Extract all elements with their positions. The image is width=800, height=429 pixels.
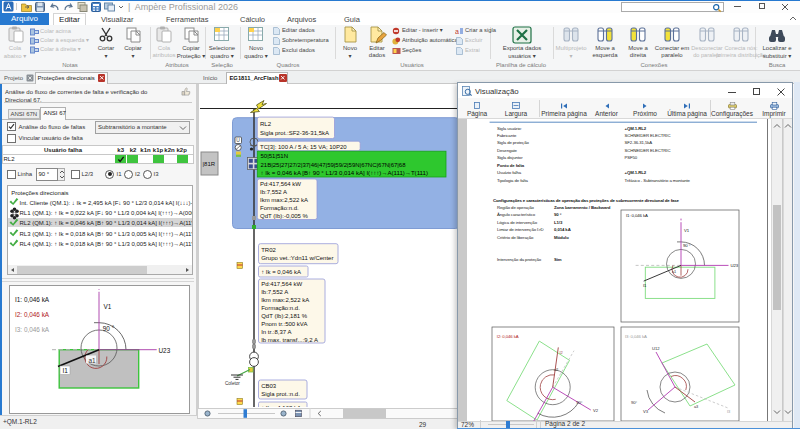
svg-text:90°: 90° <box>576 400 582 405</box>
svg-text:a3: a3 <box>694 404 698 409</box>
svg-text:Intervenção da proteção: Intervenção da proteção <box>497 257 542 262</box>
svg-text:PSF50: PSF50 <box>625 155 638 160</box>
svg-text:21B|25|27|27/2|37|46|47|59|59/: 21B|25|27|27/2|37|46|47|59|59/2|59N|67NC… <box>261 162 407 168</box>
svg-text:a1: a1 <box>672 269 676 274</box>
svg-text:Grupo vet.:Ydn11 w/Center: Grupo vet.:Ydn11 w/Center <box>261 255 333 261</box>
svg-text:Pnom tr.:500 kVA: Pnom tr.:500 kVA <box>261 321 307 327</box>
svg-text:Ângulo característico: Ângulo característico <box>497 212 536 217</box>
svg-text:90 °: 90 ° <box>103 325 115 332</box>
svg-text:Int. Cliente (QM.1): ↓ Ik = 2,: Int. Cliente (QM.1): ↓ Ik = 2,495 kA [F↓… <box>20 200 193 206</box>
svg-text:Sim: Sim <box>554 257 562 262</box>
svg-text:Região de operação: Região de operação <box>497 205 535 210</box>
svg-text:Sigla de proteção: Sigla de proteção <box>497 140 529 145</box>
svg-text:Usuário falha: Usuário falha <box>497 170 522 175</box>
svg-text:RL1 (QM.1): ↑ Ik = 0,022 kA [F: RL1 (QM.1): ↑ Ik = 0,022 kA [F↓ 90 ° L1/… <box>20 210 193 216</box>
svg-text:Fabricante: Fabricante <box>497 133 517 138</box>
svg-text:0,014 kA: 0,014 kA <box>554 227 571 232</box>
svg-text:RL4 (QM.1): ↑ Ik = 0,018 kA [B: RL4 (QM.1): ↑ Ik = 0,018 kA [B↑ 90 ° L1/… <box>20 241 193 247</box>
svg-text:SF2-36-31,5kA: SF2-36-31,5kA <box>625 140 653 145</box>
svg-text:I2: 0,046 kA: I2: 0,046 kA <box>497 334 519 339</box>
svg-text:Módulo: Módulo <box>554 235 569 240</box>
svg-text:CB03: CB03 <box>261 383 277 389</box>
svg-text:QdT (Ib):-0,005 %: QdT (Ib):-0,005 % <box>260 213 309 219</box>
svg-text:+QM.1-RL2: +QM.1-RL2 <box>625 170 647 175</box>
svg-text:Sigla disjuntor: Sigla disjuntor <box>497 155 523 160</box>
svg-text:TR02: TR02 <box>261 247 276 253</box>
svg-text:Formação:n.d.: Formação:n.d. <box>261 305 300 311</box>
svg-text:V1: V1 <box>684 228 690 233</box>
svg-text:In tr.:8,37 A: In tr.:8,37 A <box>261 329 291 335</box>
svg-text:Desengate: Desengate <box>497 148 518 153</box>
svg-text:Ikm max:2,522 kA: Ikm max:2,522 kA <box>260 197 308 203</box>
svg-text:I1: 0,046 kA: I1: 0,046 kA <box>15 296 50 303</box>
svg-text:Tipologia de falta: Tipologia de falta <box>497 178 528 183</box>
svg-text:Limiar de intervenção I>D: Limiar de intervenção I>D <box>497 227 544 232</box>
svg-text:↑ Ik = 0,046 kA [B↑ 90 ° L1/3: ↑ Ik = 0,046 kA [B↑ 90 ° L1/3 0,014 kA] … <box>261 169 428 176</box>
svg-text:V3: V3 <box>643 409 649 414</box>
svg-text:Proteções direcionais: Proteções direcionais <box>11 190 68 196</box>
svg-text:U12: U12 <box>652 346 660 351</box>
svg-text:a: a <box>455 27 459 34</box>
svg-text:50|51|51N: 50|51|51N <box>261 153 288 159</box>
svg-text:TC[3]: 100 A / 5 A; 15 VA; 10P: TC[3]: 100 A / 5 A; 15 VA; 10P20 <box>260 144 347 150</box>
svg-text:RL2 (QM.1): ↑ Ik = 0,046 kA [B: RL2 (QM.1): ↑ Ik = 0,046 kA [B↑ 90 ° L1/… <box>20 220 193 226</box>
svg-text:I1: I1 <box>63 367 69 374</box>
svg-text:↑ Ik = 0,046 kA: ↑ Ik = 0,046 kA <box>261 269 301 275</box>
svg-text:U: U <box>236 137 240 143</box>
svg-text:I3: 0,046 kA: I3: 0,046 kA <box>625 334 647 339</box>
svg-text:Pd:417,564 kW: Pd:417,564 kW <box>261 281 302 287</box>
svg-text:|81R: |81R <box>203 161 216 167</box>
svg-text:Zona barramento / Backward: Zona barramento / Backward <box>554 205 611 210</box>
svg-text:SCHNEIDER ELECTRIC: SCHNEIDER ELECTRIC <box>625 148 671 153</box>
svg-text:I1: 0,046 kA: I1: 0,046 kA <box>626 213 648 218</box>
svg-text:RL2: RL2 <box>260 121 272 127</box>
svg-text:Ib:7,552 A: Ib:7,552 A <box>261 289 288 295</box>
svg-text:Ponto de falta: Ponto de falta <box>497 163 525 168</box>
svg-text:L1/3: L1/3 <box>554 220 563 225</box>
svg-text:RL3 (QM.1): ↑ Ik = 0,018 kA [B: RL3 (QM.1): ↑ Ik = 0,018 kA [B↑ 90 ° L1/… <box>20 231 193 237</box>
svg-text:Sigla prot.:n.d.: Sigla prot.:n.d. <box>261 391 300 397</box>
svg-text:Ib max. transf...:9,2 A: Ib max. transf...:9,2 A <box>261 337 318 343</box>
svg-text:a2: a2 <box>554 367 558 372</box>
svg-text:V2: V2 <box>593 408 599 413</box>
svg-text:Formação:n.d.: Formação:n.d. <box>260 205 299 211</box>
svg-text:Ib:7,552 A: Ib:7,552 A <box>260 189 287 195</box>
svg-text:Coletor: Coletor <box>225 381 240 386</box>
svg-text:Trifásico - Subtransitório a m: Trifásico - Subtransitório a montante <box>625 178 691 183</box>
svg-text:Pd:417,564 kW: Pd:417,564 kW <box>260 181 301 187</box>
svg-text:U23: U23 <box>731 263 739 268</box>
svg-text:I2: 0,046 kA: I2: 0,046 kA <box>15 311 50 318</box>
svg-text:Critério de liberação: Critério de liberação <box>497 235 534 240</box>
svg-text:V1: V1 <box>104 303 112 310</box>
svg-text:90 °: 90 ° <box>683 243 691 248</box>
svg-text:+QM.1-RL2: +QM.1-RL2 <box>625 126 647 131</box>
svg-text:90°: 90° <box>631 400 637 405</box>
svg-text:90 °: 90 ° <box>554 212 562 217</box>
svg-text:SCHNEIDER ELECTRIC: SCHNEIDER ELECTRIC <box>625 133 671 138</box>
svg-text:Ikm max:2,522 kA: Ikm max:2,522 kA <box>261 297 309 303</box>
svg-text:U23: U23 <box>159 347 171 354</box>
svg-text:QdT (Ib):2,181 %: QdT (Ib):2,181 % <box>261 313 308 319</box>
svg-text:I3: 0,046 kA: I3: 0,046 kA <box>15 326 50 333</box>
svg-text:Configurações e característica: Configurações e características de opera… <box>493 198 680 203</box>
svg-text:Lógica de intervenção: Lógica de intervenção <box>497 220 538 225</box>
svg-text:Sigla usuário:: Sigla usuário: <box>497 126 522 131</box>
svg-text:Sigla prot.:SF2-36-31,5kA: Sigla prot.:SF2-36-31,5kA <box>260 130 329 136</box>
svg-text:a1: a1 <box>88 357 96 364</box>
